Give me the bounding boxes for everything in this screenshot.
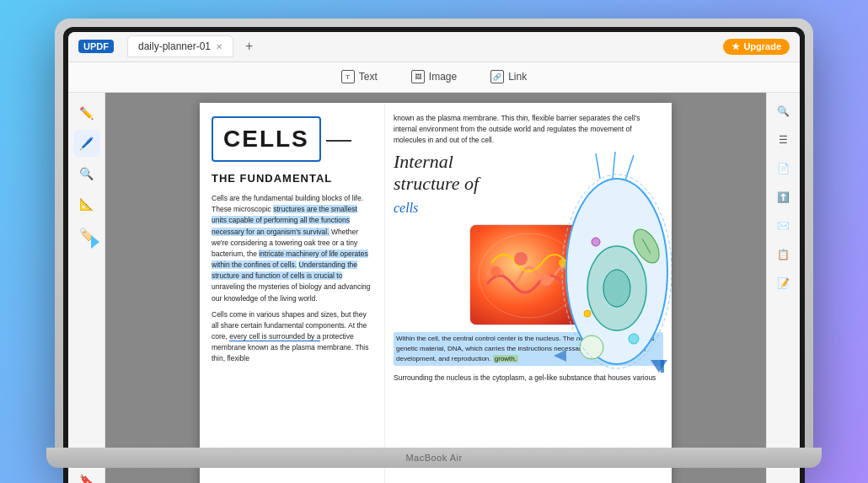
title-divider — [326, 140, 351, 142]
tab-close-icon[interactable]: ✕ — [216, 42, 222, 51]
handwritten-line-2: structure of — [394, 173, 479, 194]
growth-highlight: growth, — [493, 355, 518, 362]
screen-bezel: UPDF daily-planner-01 ✕ + ★ Upgrade T Te… — [63, 27, 805, 484]
svg-rect-17 — [661, 360, 664, 373]
app-logo: UPDF — [78, 40, 114, 53]
svg-point-12 — [629, 334, 639, 344]
right-icon-edit[interactable]: 📝 — [772, 271, 796, 295]
sidebar-left: ✏️ 🖊️ 🔍 📐 🏷️ 🔖 — [68, 93, 105, 484]
upgrade-label: Upgrade — [743, 41, 781, 51]
cell-diagram-area — [549, 111, 672, 381]
handwritten-cells: cells — [394, 201, 418, 215]
app-body: ✏️ 🖊️ 🔍 📐 🏷️ 🔖 — [68, 93, 800, 484]
pdf-area: CELLS THE FUNDAMENTAL Cells are the fund… — [105, 93, 766, 484]
svg-line-14 — [596, 153, 600, 179]
svg-point-10 — [580, 335, 603, 359]
right-icon-pages[interactable]: 📄 — [772, 157, 796, 180]
right-icon-search[interactable]: 🔍 — [772, 99, 796, 123]
pdf-paragraph-1: Cells are the fundamental building block… — [212, 193, 372, 304]
tab-label: daily-planner-01 — [138, 40, 211, 52]
pdf-page: CELLS THE FUNDAMENTAL Cells are the fund… — [200, 103, 672, 484]
sidebar-right: 🔍 ☰ 📄 ⬆️ ✉️ 📋 📝 — [766, 93, 800, 484]
image-tool-label: Image — [429, 71, 457, 83]
text-tool-button[interactable]: T Text — [335, 67, 384, 87]
text-tool-label: Text — [359, 71, 378, 83]
svg-point-11 — [592, 238, 600, 246]
image-tool-button[interactable]: 🖼 Image — [405, 67, 463, 87]
sidebar-icon-bookmark[interactable]: 🔖 — [73, 467, 100, 484]
svg-point-1 — [490, 266, 501, 276]
cells-main-title: CELLS — [223, 126, 309, 152]
laptop-brand-label: MacBook Air — [405, 453, 462, 463]
text-tool-icon: T — [341, 70, 355, 83]
pdf-paragraph-2: Cells come in various shapes and sizes, … — [212, 309, 372, 365]
cell-diagram-svg — [549, 111, 672, 381]
right-icon-upload[interactable]: ⬆️ — [772, 185, 796, 209]
right-icon-menu[interactable]: ☰ — [772, 128, 796, 152]
link-tool-label: Link — [508, 71, 527, 83]
active-tab[interactable]: daily-planner-01 ✕ — [127, 35, 233, 57]
laptop-outer: UPDF daily-planner-01 ✕ + ★ Upgrade T Te… — [55, 19, 813, 465]
sidebar-icon-measure[interactable]: 📐 — [73, 191, 100, 217]
svg-marker-19 — [554, 350, 566, 362]
underlined-text: every cell is surrounded by a — [229, 332, 320, 341]
cells-title-area: CELLS — [212, 116, 372, 165]
svg-point-7 — [603, 270, 630, 307]
right-icon-clipboard[interactable]: 📋 — [772, 243, 796, 266]
svg-line-16 — [625, 155, 634, 180]
pdf-left-column: CELLS THE FUNDAMENTAL Cells are the fund… — [200, 103, 385, 484]
image-tool-icon: 🖼 — [411, 70, 425, 83]
link-tool-icon: 🔗 — [490, 70, 504, 83]
new-tab-button[interactable]: + — [240, 39, 258, 54]
svg-point-13 — [584, 310, 591, 317]
app-toolbar: T Text 🖼 Image 🔗 Link — [68, 62, 800, 93]
handwritten-line-1: Internal — [394, 151, 453, 172]
upgrade-star-icon: ★ — [731, 41, 740, 52]
upgrade-button[interactable]: ★ Upgrade — [723, 39, 790, 55]
laptop-base: MacBook Air — [46, 448, 822, 468]
svg-point-2 — [514, 252, 528, 266]
link-tool-button[interactable]: 🔗 Link — [484, 67, 533, 87]
sidebar-icon-pen[interactable]: 🖊️ — [73, 130, 100, 157]
app-titlebar: UPDF daily-planner-01 ✕ + ★ Upgrade — [68, 32, 800, 62]
sidebar-icon-edit[interactable]: ✏️ — [73, 99, 100, 126]
cells-title-box: CELLS — [212, 116, 321, 162]
right-icon-mail[interactable]: ✉️ — [772, 214, 796, 238]
pdf-right-column: known as the plasma membrane. This thin,… — [385, 103, 672, 484]
highlighted-text-1: structures are the smallest units capabl… — [212, 205, 357, 235]
laptop-screen: UPDF daily-planner-01 ✕ + ★ Upgrade T Te… — [68, 32, 800, 484]
sidebar-icon-search[interactable]: 🔍 — [73, 160, 100, 187]
pdf-subtitle: THE FUNDAMENTAL — [212, 170, 372, 187]
